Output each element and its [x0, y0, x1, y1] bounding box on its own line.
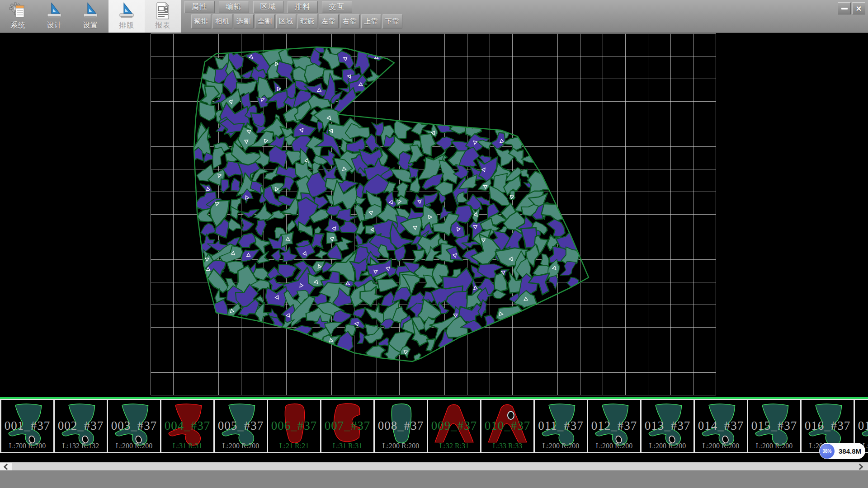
piece-lr-count: L:200 R:200	[642, 442, 693, 450]
nesting-canvas[interactable]	[0, 33, 868, 397]
piece-id-label: 014_#37	[695, 419, 747, 433]
minimize-button[interactable]	[838, 2, 851, 14]
tool-button-7[interactable]: 左靠	[319, 14, 339, 28]
piece-lr-count: L:200 R:200	[375, 442, 427, 450]
menu-button-3[interactable]: 区域	[253, 1, 283, 13]
nesting-ruler-icon	[117, 1, 136, 20]
piece-id-label: 007_#37	[321, 419, 373, 433]
nesting-layout-svg	[0, 33, 868, 397]
report-doc-icon	[153, 1, 172, 20]
nav-item-label: 系统	[10, 21, 26, 30]
piece-lr-count: L:200 R:200	[588, 442, 640, 450]
tool-button-3[interactable]: 选割	[234, 14, 254, 28]
piece-id-label: 016_#37	[802, 419, 854, 433]
nesting-app-window: 系统 设计 设置 排版 报表 属性编辑区域排料交互 聚排相机选割全割区域瑕疵左靠…	[0, 0, 868, 488]
piece-id-label: 011_#37	[535, 419, 587, 433]
piece-thumbnail-strip: 001_#37 L:700 R:700 002_#37 L:132 R:132 …	[0, 399, 868, 453]
piece-thumbnail-011_#37[interactable]: 011_#37 L:200 R:200	[535, 400, 587, 452]
piece-id-label: 001_#37	[1, 419, 53, 433]
piece-id-label: 005_#37	[215, 419, 267, 433]
piece-id-label: 006_#37	[268, 419, 320, 433]
tool-button-5[interactable]: 区域	[276, 14, 296, 28]
bottom-status-bar	[0, 470, 868, 488]
piece-thumbnail-002_#37[interactable]: 002_#37 L:132 R:132	[55, 400, 107, 452]
piece-thumbnail-004_#37[interactable]: 004_#37 L:31 R:31	[161, 400, 213, 452]
piece-thumbnail-010_#37[interactable]: 010_#37 L:33 R:33	[481, 400, 533, 452]
piece-thumbnail-015_#37[interactable]: 015_#37 L:200 R:200	[748, 400, 800, 452]
nav-item-1[interactable]: 系统	[0, 0, 36, 33]
nav-item-4[interactable]: 排版	[108, 0, 145, 33]
memory-value: 384.8M	[835, 447, 865, 455]
piece-id-label: 004_#37	[161, 419, 213, 433]
percent-indicator: 38%	[820, 444, 835, 459]
piece-thumbnail-014_#37[interactable]: 014_#37 L:200 R:200	[695, 400, 747, 452]
piece-thumbnail-006_#37[interactable]: 006_#37 L:21 R:21	[268, 400, 320, 452]
piece-thumbnail-005_#37[interactable]: 005_#37 L:200 R:200	[215, 400, 267, 452]
piece-thumbnail-012_#37[interactable]: 012_#37 L:200 R:200	[588, 400, 640, 452]
piece-lr-count: L:132 R:132	[55, 442, 107, 450]
piece-lr-count: L:200 R:200	[695, 442, 747, 450]
menu-button-1[interactable]: 属性	[184, 1, 215, 13]
nav-item-2[interactable]: 设计	[36, 0, 72, 33]
nested-pieces-group	[182, 39, 584, 369]
tool-button-1[interactable]: 聚排	[191, 14, 211, 28]
menu-button-4[interactable]: 排料	[288, 1, 318, 13]
menu-bar: 属性编辑区域排料交互	[184, 1, 352, 13]
piece-thumbnail-008_#37[interactable]: 008_#37 L:200 R:200	[375, 400, 427, 452]
settings-ruler-icon	[81, 1, 100, 20]
piece-lr-count: L:21 R:21	[268, 442, 320, 450]
piece-lr-count: L:200 R:200	[108, 442, 160, 450]
piece-thumbnail-001_#37[interactable]: 001_#37 L:700 R:700	[1, 400, 53, 452]
memory-status-badge: 38% 384.8M	[819, 443, 865, 459]
piece-id-label: 010_#37	[481, 419, 533, 433]
nesting-toolbar: 聚排相机选割全割区域瑕疵左靠右靠上靠下靠	[191, 14, 402, 28]
close-button[interactable]: ×	[852, 2, 865, 14]
piece-thumbnail-007_#37[interactable]: 007_#37 L:31 R:31	[321, 400, 373, 452]
tool-button-4[interactable]: 全割	[255, 14, 275, 28]
piece-thumbnail-009_#37[interactable]: 009_#37 L:32 R:31	[428, 400, 480, 452]
nav-item-label: 设计	[47, 21, 62, 30]
piece-id-label: 008_#37	[375, 419, 427, 433]
strip-lower-gap	[0, 453, 868, 462]
piece-lr-count: L:200 R:200	[748, 442, 800, 450]
nav-item-label: 排版	[119, 21, 134, 30]
nav-item-label: 报表	[155, 21, 170, 30]
piece-lr-count: L:32 R:31	[428, 442, 480, 450]
scroll-right-button[interactable]	[854, 463, 866, 471]
nav-item-3[interactable]: 设置	[72, 0, 108, 33]
nav-item-label: 设置	[83, 21, 98, 30]
chevron-left-icon	[3, 464, 9, 470]
piece-id-label: 002_#37	[55, 419, 107, 433]
piece-id-label: 003_#37	[108, 419, 160, 433]
main-nav: 系统 设计 设置 排版 报表	[0, 0, 181, 33]
chevron-right-icon	[856, 464, 863, 470]
menu-button-2[interactable]: 编辑	[219, 1, 249, 13]
piece-thumbnail-013_#37[interactable]: 013_#37 L:200 R:200	[642, 400, 693, 452]
piece-id-label: 017_#37	[855, 419, 868, 433]
tool-button-2[interactable]: 相机	[212, 14, 232, 28]
piece-lr-count: L:200 R:200	[535, 442, 587, 450]
piece-id-label: 012_#37	[588, 419, 640, 433]
tool-button-8[interactable]: 右靠	[340, 14, 360, 28]
nav-item-5[interactable]: 报表	[145, 0, 181, 33]
top-toolbar: 系统 设计 设置 排版 报表 属性编辑区域排料交互 聚排相机选割全割区域瑕疵左靠…	[0, 0, 868, 33]
horizontal-scrollbar[interactable]	[0, 462, 868, 470]
piece-lr-count: L:200 R:200	[215, 442, 267, 450]
close-icon: ×	[856, 4, 861, 13]
menu-button-5[interactable]: 交互	[322, 1, 352, 13]
piece-lr-count: L:31 R:31	[161, 442, 213, 450]
piece-thumbnail-003_#37[interactable]: 003_#37 L:200 R:200	[108, 400, 160, 452]
piece-lr-count: L:33 R:33	[481, 442, 533, 450]
scroll-left-button[interactable]	[0, 463, 12, 471]
piece-id-label: 015_#37	[748, 419, 800, 433]
piece-id-label: 009_#37	[428, 419, 480, 433]
piece-lr-count: L:700 R:700	[1, 442, 53, 450]
tool-button-9[interactable]: 上靠	[361, 14, 381, 28]
minimize-icon	[841, 8, 848, 9]
design-ruler-icon	[45, 1, 64, 20]
tool-button-10[interactable]: 下靠	[382, 14, 402, 28]
window-controls: ×	[838, 2, 865, 14]
piece-id-label: 013_#37	[642, 419, 693, 433]
piece-lr-count: L:31 R:31	[321, 442, 373, 450]
tool-button-6[interactable]: 瑕疵	[297, 14, 317, 28]
